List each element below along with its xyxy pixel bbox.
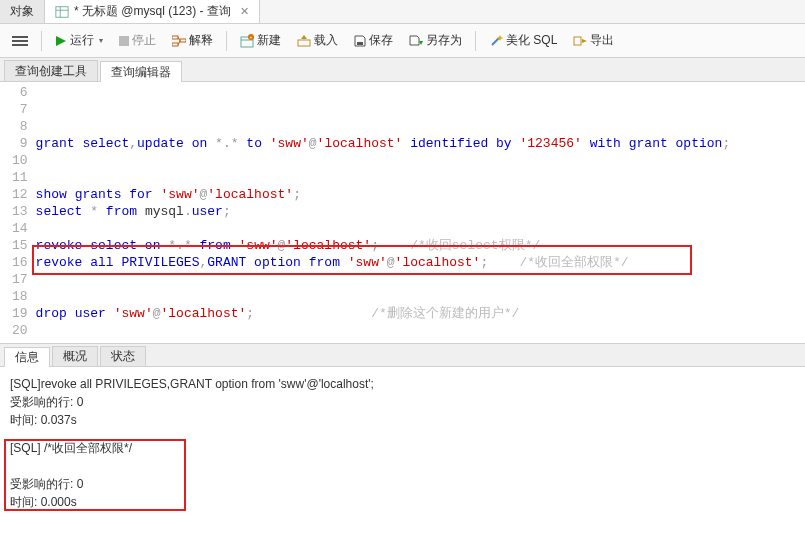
line-gutter: 67891011121314151617181920 (0, 84, 36, 339)
svg-rect-7 (180, 39, 186, 42)
explain-button[interactable]: 解释 (166, 29, 219, 52)
output-line: 时间: 0.000s (10, 493, 795, 511)
tab-query-editor[interactable]: 查询编辑器 (100, 61, 182, 82)
svg-rect-4 (119, 36, 129, 46)
close-icon[interactable]: ✕ (240, 5, 249, 18)
save-icon (354, 35, 366, 47)
svg-line-18 (492, 38, 499, 45)
explain-icon (172, 35, 186, 47)
wand-icon (489, 34, 503, 48)
explain-label: 解释 (189, 32, 213, 49)
tab-label: 对象 (10, 3, 34, 20)
svg-rect-16 (357, 42, 363, 45)
svg-marker-15 (301, 35, 307, 39)
output-line: [SQL]revoke all PRIVILEGES,GRANT option … (10, 375, 795, 393)
output-line: 受影响的行: 0 (10, 475, 795, 493)
output-line: 受影响的行: 0 (10, 393, 795, 411)
stop-button[interactable]: 停止 (113, 29, 162, 52)
run-button[interactable]: 运行 ▾ (49, 29, 109, 52)
export-icon (573, 35, 587, 47)
save-as-label: 另存为 (426, 32, 462, 49)
load-icon (297, 35, 311, 47)
menu-icon (12, 36, 28, 46)
menu-button[interactable] (6, 33, 34, 49)
stop-label: 停止 (132, 32, 156, 49)
new-icon: + (240, 34, 254, 48)
document-tabs: 对象 * 无标题 @mysql (123) - 查询 ✕ (0, 0, 805, 24)
svg-rect-6 (172, 43, 178, 46)
output-panel: [SQL]revoke all PRIVILEGES,GRANT option … (0, 367, 805, 522)
export-label: 导出 (590, 32, 614, 49)
svg-text:+: + (250, 34, 253, 40)
svg-marker-3 (56, 36, 66, 46)
beautify-label: 美化 SQL (506, 32, 557, 49)
svg-marker-20 (582, 39, 587, 43)
run-label: 运行 (70, 32, 94, 49)
save-button[interactable]: 保存 (348, 29, 399, 52)
separator (475, 31, 476, 51)
query-icon (55, 5, 69, 19)
save-as-button[interactable]: 另存为 (403, 29, 468, 52)
toolbar: 运行 ▾ 停止 解释 + 新建 载入 保存 另存为 美化 SQL 导出 (0, 24, 805, 58)
new-button[interactable]: + 新建 (234, 29, 287, 52)
tab-query[interactable]: * 无标题 @mysql (123) - 查询 ✕ (45, 0, 260, 23)
tab-info[interactable]: 信息 (4, 347, 50, 367)
svg-rect-0 (56, 6, 68, 17)
editor-tabs: 查询创建工具 查询编辑器 (0, 58, 805, 82)
svg-rect-19 (574, 37, 581, 45)
tab-objects[interactable]: 对象 (0, 0, 45, 23)
code-area[interactable]: grant select,update on *.* to 'sww'@'loc… (36, 84, 741, 339)
separator (41, 31, 42, 51)
load-button[interactable]: 载入 (291, 29, 344, 52)
output-block: [SQL] /*收回全部权限*/ 受影响的行: 0 时间: 0.000s (10, 439, 795, 511)
result-tabs: 信息 概况 状态 (0, 343, 805, 367)
svg-rect-5 (172, 36, 178, 39)
tab-query-builder[interactable]: 查询创建工具 (4, 60, 98, 81)
save-as-icon (409, 35, 423, 47)
new-label: 新建 (257, 32, 281, 49)
svg-marker-17 (419, 41, 423, 45)
export-button[interactable]: 导出 (567, 29, 620, 52)
save-label: 保存 (369, 32, 393, 49)
svg-rect-14 (298, 40, 310, 46)
chevron-down-icon: ▾ (99, 36, 103, 45)
tab-profile[interactable]: 概况 (52, 346, 98, 366)
output-line: [SQL] /*收回全部权限*/ (10, 439, 795, 457)
beautify-button[interactable]: 美化 SQL (483, 29, 563, 52)
play-icon (55, 35, 67, 47)
code-editor[interactable]: 67891011121314151617181920 grant select,… (0, 82, 805, 343)
tab-label: * 无标题 @mysql (123) - 查询 (74, 3, 231, 20)
separator (226, 31, 227, 51)
stop-icon (119, 36, 129, 46)
tab-status[interactable]: 状态 (100, 346, 146, 366)
load-label: 载入 (314, 32, 338, 49)
output-block: [SQL]revoke all PRIVILEGES,GRANT option … (10, 375, 795, 429)
output-line: 时间: 0.037s (10, 411, 795, 429)
